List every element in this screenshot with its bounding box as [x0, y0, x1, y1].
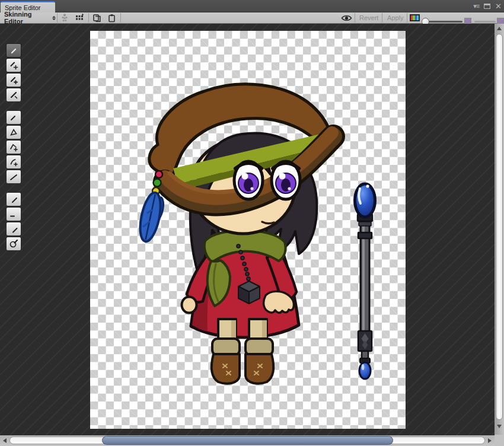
canvas-art [90, 31, 406, 429]
toolbar-separator [120, 13, 121, 23]
maximize-icon[interactable] [484, 4, 490, 9]
create-vertex-icon[interactable] [6, 140, 21, 154]
split-bone-icon[interactable] [6, 88, 21, 102]
scroll-down-icon[interactable] [497, 425, 502, 428]
vertical-scrollbar[interactable] [495, 24, 504, 435]
revert-label: Revert [359, 14, 378, 21]
create-bone-icon[interactable] [6, 73, 21, 87]
scrollbar-corner [495, 435, 504, 446]
paste-icon[interactable] [106, 12, 117, 23]
apply-label: Apply [387, 14, 404, 21]
geometry-tools-group [6, 110, 21, 184]
character-sprite[interactable] [136, 84, 333, 384]
scroll-right-icon[interactable] [488, 438, 492, 443]
title-bar: Sprite Editor ▾≡ ✕ [0, 0, 504, 12]
scroll-up-icon[interactable] [497, 27, 502, 30]
rgb-swatch-icon[interactable] [410, 12, 420, 23]
bone-influence-icon[interactable] [6, 237, 21, 251]
copy-icon[interactable] [91, 12, 103, 23]
window-menu-icon[interactable]: ▾≡ [473, 3, 479, 9]
apply-button[interactable]: Apply [384, 12, 407, 23]
scroll-left-icon[interactable] [3, 438, 7, 443]
edit-geometry-icon[interactable] [6, 125, 21, 139]
mode-dropdown[interactable]: Skinning Editor [1, 12, 56, 23]
split-edge-icon[interactable] [6, 170, 21, 184]
toolbar-separator [88, 13, 89, 23]
toolbar: Skinning Editor [0, 12, 504, 24]
sprite-canvas[interactable] [90, 31, 406, 429]
tab-title: Sprite Editor [5, 4, 41, 11]
sprite-editor-window: Sprite Editor ▾≡ ✕ Skinning Editor [0, 0, 504, 446]
magic-staff-sprite[interactable] [355, 184, 375, 379]
zoom-slider-track[interactable] [425, 21, 462, 23]
workspace [0, 24, 504, 446]
weight-slider-icon[interactable] [6, 207, 21, 221]
mip-slider-track[interactable] [474, 21, 496, 23]
horizontal-scrollbar-thumb[interactable] [102, 436, 393, 445]
vertical-scrollbar-thumb[interactable] [496, 34, 503, 420]
horizontal-scrollbar[interactable] [0, 435, 495, 446]
toolbar-separator [407, 13, 407, 23]
bone-tools-group [6, 43, 21, 102]
preview-pose-icon[interactable] [6, 43, 21, 58]
visibility-eye-icon[interactable] [340, 12, 352, 23]
chevron-updown-icon [52, 16, 56, 20]
character-rig-icon[interactable] [59, 12, 71, 23]
skinning-tool-rail [6, 43, 21, 259]
close-icon[interactable]: ✕ [495, 2, 502, 10]
create-edge-icon[interactable] [6, 155, 21, 169]
mode-dropdown-value: Skinning Editor [4, 11, 49, 25]
auto-geometry-icon[interactable] [6, 110, 21, 125]
edit-joints-icon[interactable] [6, 58, 21, 72]
sprite-sheet-icon[interactable] [74, 12, 85, 23]
toolbar-separator [382, 13, 382, 23]
weight-brush-icon[interactable] [6, 222, 21, 236]
toolbar-separator [355, 13, 355, 23]
revert-button[interactable]: Revert [356, 12, 382, 23]
weight-tools-group [6, 192, 21, 251]
auto-weights-icon[interactable] [6, 192, 21, 206]
toolbar-separator [57, 13, 58, 23]
